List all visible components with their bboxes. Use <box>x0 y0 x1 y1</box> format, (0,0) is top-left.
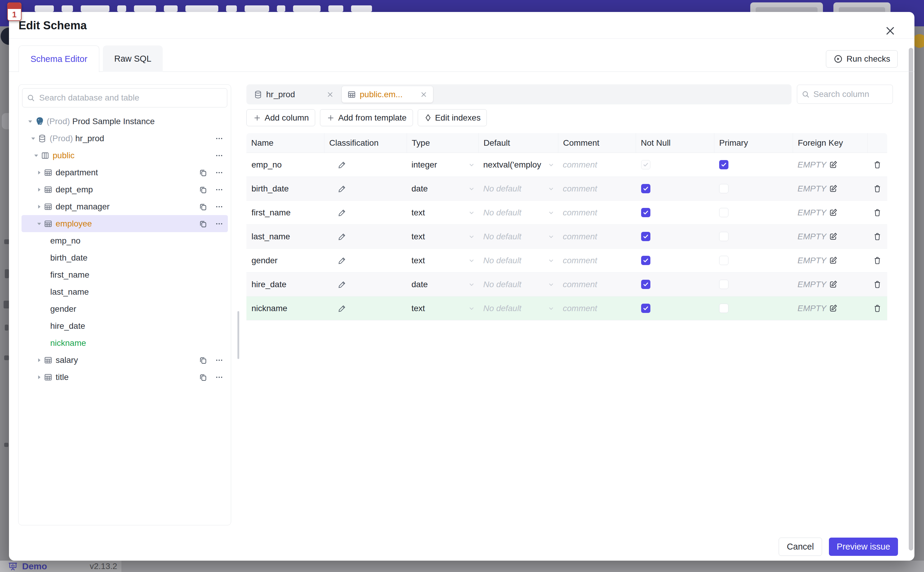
more-icon[interactable] <box>215 202 224 211</box>
copy-icon[interactable] <box>198 219 208 228</box>
more-icon[interactable] <box>215 168 224 177</box>
comment-input[interactable]: comment <box>558 272 636 296</box>
default-select[interactable]: No default <box>479 249 558 272</box>
close-tab-icon[interactable] <box>420 91 428 98</box>
primary-checkbox[interactable] <box>719 160 729 169</box>
type-select[interactable]: text <box>407 201 479 224</box>
tree-item-first_name[interactable]: first_name <box>22 266 228 283</box>
comment-input[interactable]: comment <box>558 201 636 224</box>
tree-item-department[interactable]: department <box>22 164 228 181</box>
tree-item-nickname[interactable]: nickname <box>22 334 228 351</box>
dialog-scrollbar[interactable] <box>909 48 913 550</box>
not-null-checkbox[interactable] <box>641 184 650 193</box>
not-null-checkbox[interactable] <box>641 304 650 313</box>
chevron-right-icon[interactable] <box>35 187 43 193</box>
preview-issue-button[interactable]: Preview issue <box>829 538 898 556</box>
more-icon[interactable] <box>215 356 224 365</box>
chevron-right-icon[interactable] <box>35 374 43 380</box>
comment-input[interactable]: comment <box>558 249 636 272</box>
chevron-right-icon[interactable] <box>35 357 43 363</box>
tree-item-employee[interactable]: employee <box>22 215 228 232</box>
tree-scrollbar[interactable] <box>237 311 239 359</box>
close-icon[interactable] <box>883 23 898 38</box>
not-null-checkbox[interactable] <box>641 280 650 289</box>
chevron-right-icon[interactable] <box>35 169 43 176</box>
more-icon[interactable] <box>215 134 224 143</box>
primary-checkbox[interactable] <box>719 280 729 289</box>
chevron-down-icon[interactable] <box>32 152 41 159</box>
copy-icon[interactable] <box>198 202 208 211</box>
pencil-icon[interactable] <box>338 184 347 193</box>
add-from-template-button[interactable]: Add from template <box>320 109 413 126</box>
default-select[interactable]: No default <box>479 201 558 224</box>
edit-foreign-key-icon[interactable] <box>829 184 838 193</box>
trash-icon[interactable] <box>873 304 882 313</box>
not-null-checkbox[interactable] <box>641 232 650 241</box>
tree-item-salary[interactable]: salary <box>22 351 228 368</box>
chevron-down-icon[interactable] <box>26 118 35 124</box>
edit-foreign-key-icon[interactable] <box>829 160 838 169</box>
chevron-right-icon[interactable] <box>35 204 43 210</box>
tree-item-birth_date[interactable]: birth_date <box>22 249 228 266</box>
tree-item-gender[interactable]: gender <box>22 300 228 317</box>
tree-item-emp_no[interactable]: emp_no <box>22 232 228 249</box>
edit-foreign-key-icon[interactable] <box>829 304 838 313</box>
edit-foreign-key-icon[interactable] <box>829 232 838 241</box>
type-select[interactable]: text <box>407 249 479 272</box>
search-column-input[interactable] <box>813 89 888 99</box>
default-select[interactable]: No default <box>479 272 558 296</box>
default-select[interactable]: No default <box>479 177 558 201</box>
trash-icon[interactable] <box>873 280 882 289</box>
tree-item-dept_manager[interactable]: dept_manager <box>22 198 228 215</box>
chevron-down-icon[interactable] <box>35 221 43 227</box>
tree-item-hire_date[interactable]: hire_date <box>22 317 228 334</box>
edit-foreign-key-icon[interactable] <box>829 280 838 289</box>
copy-icon[interactable] <box>198 185 208 194</box>
pencil-icon[interactable] <box>338 208 347 217</box>
tree-item-public[interactable]: public <box>22 147 228 164</box>
chevron-down-icon[interactable] <box>29 135 38 141</box>
edit-foreign-key-icon[interactable] <box>829 256 838 265</box>
tree-item-prod-sample-instance[interactable]: (Prod)Prod Sample Instance <box>22 113 228 130</box>
run-checks-button[interactable]: Run checks <box>826 50 898 68</box>
pencil-icon[interactable] <box>338 304 347 313</box>
type-select[interactable]: date <box>407 272 479 296</box>
cancel-button[interactable]: Cancel <box>779 538 822 556</box>
pencil-icon[interactable] <box>338 160 347 169</box>
search-database-input[interactable] <box>39 93 223 103</box>
copy-icon[interactable] <box>198 373 208 382</box>
trash-icon[interactable] <box>873 232 882 241</box>
trash-icon[interactable] <box>873 256 882 265</box>
type-select[interactable]: integer <box>407 153 479 177</box>
type-select[interactable]: text <box>407 297 479 320</box>
tab-schema-editor[interactable]: Schema Editor <box>19 45 99 72</box>
trash-icon[interactable] <box>873 160 882 169</box>
tree-item-hr_prod[interactable]: (Prod)hr_prod <box>22 130 228 147</box>
trash-icon[interactable] <box>873 208 882 217</box>
pencil-icon[interactable] <box>338 280 347 289</box>
primary-checkbox[interactable] <box>719 304 729 313</box>
not-null-checkbox[interactable] <box>641 208 650 217</box>
comment-input[interactable]: comment <box>558 177 636 201</box>
primary-checkbox[interactable] <box>719 232 729 241</box>
comment-input[interactable]: comment <box>558 297 636 320</box>
comment-input[interactable]: comment <box>558 225 636 248</box>
pencil-icon[interactable] <box>338 256 347 265</box>
editor-tab-hr_prod[interactable]: hr_prod <box>248 86 340 103</box>
primary-checkbox[interactable] <box>719 208 729 217</box>
comment-input[interactable]: comment <box>558 153 636 177</box>
add-column-button[interactable]: Add column <box>247 109 315 126</box>
pencil-icon[interactable] <box>338 232 347 241</box>
primary-checkbox[interactable] <box>719 256 729 265</box>
type-select[interactable]: text <box>407 225 479 248</box>
tab-raw-sql[interactable]: Raw SQL <box>103 45 163 72</box>
not-null-checkbox[interactable] <box>641 256 650 265</box>
more-icon[interactable] <box>215 151 224 160</box>
default-select[interactable]: No default <box>479 225 558 248</box>
primary-checkbox[interactable] <box>719 184 729 193</box>
tree-item-last_name[interactable]: last_name <box>22 283 228 300</box>
edit-indexes-button[interactable]: Edit indexes <box>418 109 487 126</box>
more-icon[interactable] <box>215 185 224 194</box>
trash-icon[interactable] <box>873 184 882 193</box>
copy-icon[interactable] <box>198 356 208 365</box>
